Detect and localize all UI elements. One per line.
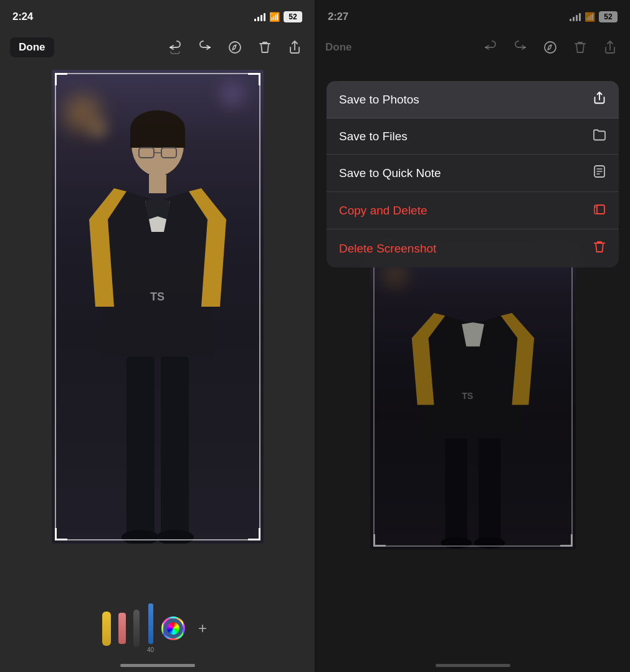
blue-pen-tool[interactable]: 40 [147,603,154,653]
svg-text:TS: TS [150,290,165,303]
copy-and-delete-item[interactable]: Copy and Delete [327,192,619,229]
svg-rect-15 [597,205,604,214]
save-to-files-label: Save to Files [339,130,408,143]
add-tool-button[interactable]: + [193,618,212,638]
undo-button-left[interactable] [165,37,185,57]
right-phone-panel: 2:27 📶 52 Done [315,0,630,672]
save-to-files-item[interactable]: Save to Files [327,118,619,155]
wifi-icon: 📶 [269,12,280,22]
color-wheel[interactable] [161,617,185,640]
left-image-area: TS [12,70,302,544]
svg-rect-7 [149,175,166,193]
copy-and-delete-label: Copy and Delete [339,204,427,218]
save-to-quick-note-label: Save to Quick Note [339,166,441,180]
share-icon [593,91,606,108]
context-menu: Save to Photos Save to Files Save to Qui… [327,81,619,267]
signal-icon [254,12,265,21]
svg-rect-8 [126,357,155,537]
delete-button-left[interactable] [255,37,275,57]
left-home-indicator [120,664,195,667]
copy-delete-icon [593,202,606,219]
left-status-time: 2:24 [12,11,33,23]
trash-icon [593,239,606,257]
folder-icon [593,128,606,144]
yellow-brush-tool[interactable] [102,612,111,646]
battery-icon: 52 [284,11,302,22]
person-figure-left: TS [70,107,245,544]
save-to-quick-note-item[interactable]: Save to Quick Note [327,155,619,192]
done-button-left[interactable]: Done [10,37,54,57]
left-phone-panel: 2:24 📶 52 Done [0,0,315,672]
left-status-bar: 2:24 📶 52 [0,0,315,31]
delete-screenshot-item[interactable]: Delete Screenshot [327,229,619,267]
redo-button-left[interactable] [195,37,215,57]
left-status-icons: 📶 52 [254,11,302,22]
save-to-photos-item[interactable]: Save to Photos [327,81,619,118]
note-icon [593,165,606,181]
left-toolbar-icons [165,37,305,57]
markup-button-left[interactable] [225,37,245,57]
dark-pen-tool[interactable] [133,610,140,647]
delete-screenshot-label: Delete Screenshot [339,242,436,256]
svg-rect-3 [130,129,185,148]
share-button-left[interactable] [285,37,305,57]
pink-eraser-tool[interactable] [118,613,126,644]
left-toolbar: Done [0,31,315,64]
svg-rect-9 [161,357,189,537]
bottom-tools: 40 + [0,603,315,653]
save-to-photos-label: Save to Photos [339,93,419,107]
left-photo-container: TS [52,70,264,544]
